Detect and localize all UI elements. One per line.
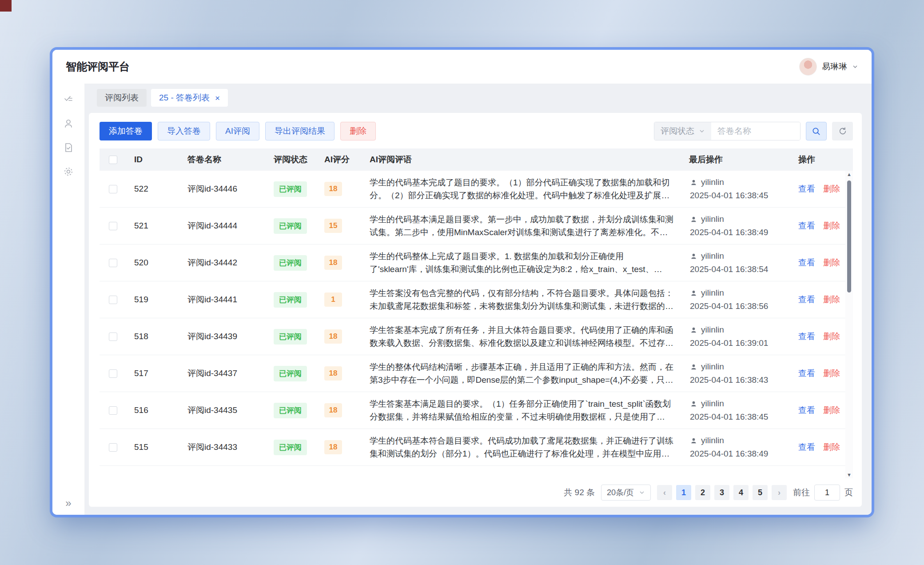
row-name: 评阅id-34446 bbox=[179, 183, 266, 195]
page-button-4[interactable]: 4 bbox=[733, 485, 749, 500]
status-badge: 已评阅 bbox=[274, 329, 307, 345]
person-icon bbox=[690, 289, 697, 297]
add-answer-button[interactable]: 添加答卷 bbox=[100, 122, 152, 140]
score-badge: 18 bbox=[324, 403, 342, 417]
row-last-op: yilinlin 2025-04-01 16:38:56 bbox=[688, 286, 797, 313]
row-checkbox[interactable] bbox=[109, 333, 117, 341]
status-badge: 已评阅 bbox=[274, 218, 307, 234]
next-page-button[interactable]: › bbox=[772, 485, 787, 500]
row-comment: 学生答案基本满足题目的要求。（1）任务部分正确使用了`train_test_sp… bbox=[362, 397, 688, 423]
export-results-button[interactable]: 导出评阅结果 bbox=[265, 122, 335, 140]
delete-link[interactable]: 删除 bbox=[823, 220, 840, 232]
user-icon[interactable] bbox=[63, 118, 74, 129]
row-comment: 学生的代码基本满足题目要求。第一步中，成功加载了数据，并划分成训练集和测试集。第… bbox=[362, 213, 688, 239]
status-badge: 已评阅 bbox=[274, 255, 307, 271]
table-header: ID 答卷名称 评阅状态 AI评分 AI评阅评语 最后操作 操作 bbox=[100, 148, 853, 171]
status-filter-select[interactable]: 评阅状态 bbox=[654, 122, 711, 140]
view-link[interactable]: 查看 bbox=[798, 405, 815, 416]
document-check-icon[interactable] bbox=[63, 142, 74, 153]
table-row: 521 评阅id-34444 已评阅 15 学生的代码基本满足题目要求。第一步中… bbox=[100, 208, 853, 244]
view-link[interactable]: 查看 bbox=[798, 368, 815, 379]
review-list-icon[interactable] bbox=[63, 94, 74, 105]
scroll-up-icon[interactable]: ▲ bbox=[847, 172, 852, 177]
status-badge: 已评阅 bbox=[274, 366, 307, 381]
view-link[interactable]: 查看 bbox=[798, 331, 815, 342]
search-button[interactable] bbox=[806, 122, 827, 140]
delete-link[interactable]: 删除 bbox=[823, 405, 840, 416]
table-scrollbar[interactable]: ▲ ▼ bbox=[845, 171, 853, 478]
sidebar: » bbox=[52, 84, 85, 515]
row-last-op: yilinlin 2025-04-01 16:38:49 bbox=[688, 212, 797, 239]
search-input[interactable] bbox=[711, 122, 800, 140]
sidebar-collapse-button[interactable]: » bbox=[65, 498, 71, 509]
row-checkbox[interactable] bbox=[109, 259, 117, 267]
scrollbar-thumb[interactable] bbox=[847, 180, 851, 293]
header-last-op: 最后操作 bbox=[688, 154, 797, 165]
table-row: 515 评阅id-34433 已评阅 18 学生的代码基本符合题目要求。代码成功… bbox=[100, 429, 853, 466]
chevron-down-icon bbox=[699, 128, 705, 134]
view-link[interactable]: 查看 bbox=[798, 257, 815, 268]
table-row: 518 评阅id-34439 已评阅 18 学生答案基本完成了所有任务，并且大体… bbox=[100, 318, 853, 355]
row-comment: 学生的整体代码结构清晰，步骤基本正确，并且适用了正确的库和方法。然而，在第3步中… bbox=[362, 361, 688, 386]
avatar bbox=[799, 58, 817, 76]
delete-link[interactable]: 删除 bbox=[823, 257, 840, 268]
row-operator: yilinlin bbox=[701, 249, 724, 263]
row-operator: yilinlin bbox=[701, 434, 724, 447]
row-checkbox[interactable] bbox=[109, 296, 117, 304]
header-id: ID bbox=[126, 155, 179, 164]
row-id: 520 bbox=[126, 258, 179, 268]
row-checkbox[interactable] bbox=[109, 185, 117, 193]
view-link[interactable]: 查看 bbox=[798, 441, 815, 453]
row-checkbox[interactable] bbox=[109, 369, 117, 378]
tab-review-list[interactable]: 评阅列表 bbox=[97, 89, 147, 107]
close-icon[interactable]: × bbox=[215, 94, 220, 102]
view-link[interactable]: 查看 bbox=[798, 220, 815, 232]
row-comment: 学生答案没有包含完整的代码，仅有部分结构，不符合题目要求。具体问题包括：未加载鸢… bbox=[362, 287, 688, 313]
delete-link[interactable]: 删除 bbox=[823, 294, 840, 305]
row-name: 评阅id-34433 bbox=[179, 441, 266, 453]
row-time: 2025-04-01 16:38:43 bbox=[690, 373, 797, 387]
delete-button[interactable]: 删除 bbox=[340, 122, 376, 140]
row-checkbox[interactable] bbox=[109, 406, 117, 415]
view-link[interactable]: 查看 bbox=[798, 294, 815, 305]
person-icon bbox=[690, 400, 697, 408]
select-all-checkbox[interactable] bbox=[109, 156, 117, 164]
score-badge: 18 bbox=[324, 366, 342, 381]
desktop-background: 智能评阅平台 易琳琳 » 评阅列表 bbox=[0, 0, 924, 565]
page-button-5[interactable]: 5 bbox=[753, 485, 768, 500]
delete-link[interactable]: 删除 bbox=[823, 183, 840, 195]
page-button-2[interactable]: 2 bbox=[695, 485, 710, 500]
row-last-op: yilinlin 2025-04-01 16:38:45 bbox=[688, 176, 797, 202]
page-button-3[interactable]: 3 bbox=[714, 485, 729, 500]
score-badge: 18 bbox=[324, 182, 342, 196]
page-size-select[interactable]: 20条/页 bbox=[601, 485, 651, 501]
status-badge: 已评阅 bbox=[274, 292, 307, 308]
row-checkbox[interactable] bbox=[109, 443, 117, 452]
settings-icon[interactable] bbox=[63, 166, 74, 177]
user-name: 易琳琳 bbox=[822, 61, 847, 72]
view-link[interactable]: 查看 bbox=[798, 183, 815, 195]
scroll-down-icon[interactable]: ▼ bbox=[847, 472, 852, 477]
tab-answer-list[interactable]: 25 - 答卷列表 × bbox=[151, 89, 228, 107]
header-action: 操作 bbox=[797, 154, 853, 165]
row-last-op: yilinlin 2025-04-01 16:38:49 bbox=[688, 434, 797, 461]
import-answer-button[interactable]: 导入答卷 bbox=[158, 122, 210, 140]
page-button-1[interactable]: 1 bbox=[676, 485, 691, 500]
goto-page-input[interactable] bbox=[814, 485, 840, 501]
ai-review-button[interactable]: AI评阅 bbox=[216, 122, 259, 140]
prev-page-button[interactable]: ‹ bbox=[657, 485, 672, 500]
delete-link[interactable]: 删除 bbox=[823, 441, 840, 453]
delete-link[interactable]: 删除 bbox=[823, 331, 840, 342]
pagination-pages: ‹ 12345 › bbox=[657, 485, 787, 500]
score-badge: 18 bbox=[324, 440, 342, 454]
user-menu[interactable]: 易琳琳 bbox=[799, 58, 858, 76]
row-comment: 学生答案基本完成了所有任务，并且大体符合题目要求。代码使用了正确的库和函数来载入… bbox=[362, 324, 688, 349]
row-time: 2025-04-01 16:39:01 bbox=[690, 337, 797, 350]
row-name: 评阅id-34435 bbox=[179, 405, 266, 416]
row-checkbox[interactable] bbox=[109, 222, 117, 230]
row-operator: yilinlin bbox=[701, 176, 724, 189]
table-body: 522 评阅id-34446 已评阅 18 学生的代码基本完成了题目的要求。（1… bbox=[100, 171, 853, 466]
refresh-button[interactable] bbox=[832, 122, 853, 140]
delete-link[interactable]: 删除 bbox=[823, 368, 840, 379]
score-badge: 18 bbox=[324, 256, 342, 270]
